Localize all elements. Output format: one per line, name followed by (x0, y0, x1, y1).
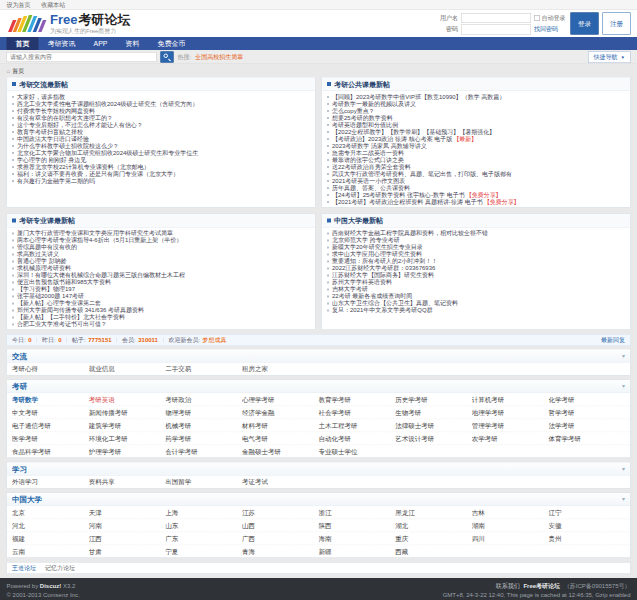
thread-link[interactable]: 这个专业后期好，不过怎么样才能让人有信心？ (17, 121, 143, 128)
thread-link[interactable]: 普通心理学 彭聃龄 (17, 258, 67, 265)
thread-link[interactable]: 教育学考研扫盲贴之择校 (17, 128, 83, 135)
nav-item-coins[interactable]: 免费金币 (149, 37, 195, 50)
nav-item-news[interactable]: 考研资讯 (39, 37, 85, 50)
thread-link[interactable]: 2023考研数学 汤家凤 高数辅导讲义 (332, 142, 427, 149)
forum-link[interactable]: 金融硕士考研 (242, 447, 319, 456)
forum-link[interactable]: 物理考研 (165, 408, 242, 417)
forum-link[interactable]: 贵州 (548, 534, 625, 543)
forum-link[interactable]: 出国留学 (165, 478, 242, 487)
forum-link[interactable]: 就业信息 (89, 365, 166, 374)
forum-link[interactable]: 法学考研 (548, 421, 625, 430)
breadcrumb-home-link[interactable]: 首页 (12, 67, 24, 74)
forum-link[interactable]: 江苏 (242, 508, 319, 517)
nav-item-resources[interactable]: 资料 (117, 37, 149, 50)
thread-link[interactable]: 求中山大学应用心理学研究生资料 (332, 251, 422, 258)
thread-link[interactable]: 【回顾】2023考研数学中值VIP班【数竞10990】（数学 高数篇） (332, 93, 505, 100)
search-input[interactable] (7, 52, 157, 62)
category-title[interactable]: 考研 (12, 380, 27, 393)
forum-link[interactable]: 生物考研 (395, 408, 472, 417)
forum-link[interactable]: 云南 (12, 547, 89, 556)
forum-link[interactable]: 食品科学考研 (12, 447, 89, 456)
thread-link[interactable]: 武汉大学行政管理考研资料、真题、笔记出售，打印版、电子版都有 (332, 170, 512, 177)
forum-link[interactable]: 药学考研 (165, 434, 242, 443)
friend-link[interactable]: 记忆力论坛 (45, 565, 75, 572)
search-button[interactable] (161, 52, 174, 63)
thread-link[interactable]: 郑州大学新闻与传播专硕 341/636 考研真题资料 (17, 307, 144, 314)
forum-link[interactable]: 考研心得 (12, 365, 89, 374)
forum-link[interactable]: 北京 (12, 508, 89, 517)
forum-link[interactable]: 湖南 (472, 521, 549, 530)
nav-item-home[interactable]: 首页 (7, 37, 39, 50)
forum-link[interactable]: 安徽 (548, 521, 625, 530)
contact-link[interactable]: 联系我们 (496, 583, 520, 590)
thread-link[interactable]: 北京化工大学聚合物加工研究组招收2024级硕士研究生和专业学位生 (17, 149, 198, 156)
thread-link[interactable]: 【学习资料】物理197 (17, 286, 75, 293)
thread-link[interactable]: 考研数学一最新的视频以及讲义 (332, 100, 416, 107)
forum-link[interactable]: 环境化工考研 (89, 434, 166, 443)
thread-link[interactable]: 【2022全程班教学】【数学带刷】【基础预习】【暑期强化】 (332, 128, 495, 135)
forum-link[interactable]: 考研数学 (12, 395, 89, 404)
thread-link[interactable]: 西北工业大学柔性电子课题组招收2024级硕士研究生（含研究方向） (17, 100, 198, 107)
forum-link[interactable]: 天津 (89, 508, 166, 517)
thread-link[interactable]: 怎么copy重点？ (332, 107, 375, 114)
forgot-password-link[interactable]: 找回密码 (534, 25, 558, 34)
login-button[interactable]: 登录 (571, 13, 599, 35)
forum-link[interactable]: 陕西 (319, 521, 396, 530)
forum-link[interactable]: 青海 (242, 547, 319, 556)
forum-link[interactable]: 福建 (12, 534, 89, 543)
forum-link[interactable]: 教育学考研 (319, 395, 396, 404)
auto-login-checkbox[interactable] (534, 15, 540, 21)
forum-link[interactable]: 自动化考研 (319, 434, 396, 443)
forum-link[interactable]: 经济学金融 (242, 408, 319, 417)
forum-link[interactable]: 材料考研 (242, 421, 319, 430)
forum-link[interactable]: 甘肃 (89, 547, 166, 556)
forum-link[interactable]: 新闻传播考研 (89, 408, 166, 417)
thread-link[interactable]: 西南财经大学金融工程学院真题和资料，相对比较全很不错 (332, 230, 488, 237)
thread-link[interactable]: 复旦：2021年中文系文学类考研QQ群 (332, 307, 433, 314)
thread-link[interactable]: 深圳！有哪位大佬有机械综合命题习题第三版自编教材土木工程 (17, 272, 185, 279)
thread-link[interactable]: 吉林大学考研 (332, 286, 368, 293)
forum-link[interactable]: 新疆 (319, 547, 396, 556)
hot-search-link[interactable]: 全国高校招生简章 (195, 53, 243, 62)
thread-link[interactable]: 历年真题、答案、公共课资料 (332, 184, 410, 191)
forum-link[interactable]: 吉林 (472, 508, 549, 517)
friend-link[interactable]: 王道论坛 (12, 565, 36, 572)
forum-link[interactable]: 河北 (12, 521, 89, 530)
forum-link[interactable]: 宁夏 (165, 547, 242, 556)
forum-link[interactable]: 山西 (242, 521, 319, 530)
thread-link[interactable]: 【新人帖】心理学专业课第二套 (17, 300, 101, 307)
collapse-icon[interactable]: ▾ (622, 350, 625, 363)
forum-link[interactable]: 地理学考研 (472, 408, 549, 417)
forum-link[interactable]: 租房之家 (242, 365, 319, 374)
thread-link[interactable]: 合肥工业大学准考证书可出可借？ (17, 321, 107, 328)
forum-link[interactable]: 四川 (472, 534, 549, 543)
newest-member-link[interactable]: 梦想成真 (203, 336, 227, 345)
forum-link[interactable]: 海南 (319, 534, 396, 543)
thread-link[interactable]: 江苏财经大学【国际商务】研究生资料 (332, 272, 434, 279)
forum-link[interactable]: 计算机考研 (472, 395, 549, 404)
collapse-icon[interactable]: ▾ (622, 463, 625, 476)
forum-link[interactable]: 电子通信考研 (12, 421, 89, 430)
thread-link[interactable]: 福利：讲义请不要再收费，还是只有两门专业课（北京大学） (17, 170, 179, 177)
forum-link[interactable]: 中文考研 (12, 408, 89, 417)
forum-link[interactable]: 辽宁 (548, 508, 625, 517)
thread-link[interactable]: 【考研政治】2023政治 徐涛 核心考案 电子版 (332, 135, 452, 142)
forum-link[interactable]: 江西 (89, 534, 166, 543)
thread-link[interactable]: 【新人帖】【二手特价】北大社会学资料 (17, 314, 125, 321)
thread-link[interactable]: 学心理学的 刚刚好 身边见 (17, 156, 86, 163)
thread-link[interactable]: 管综真题中有没有收的 (17, 244, 77, 251)
thread-link[interactable]: 想要25考研的数学资料 (332, 114, 393, 121)
thread-link[interactable]: 为什么学科教学硕士招收院校这么少？ (17, 142, 119, 149)
forum-link[interactable]: 专业硕士学位 (319, 447, 396, 456)
discuz-brand-link[interactable]: Discuz! (40, 583, 61, 590)
forum-link[interactable]: 化学考研 (548, 395, 625, 404)
forum-link[interactable]: 历史学考研 (395, 395, 472, 404)
thread-link[interactable]: 【24考研】25考研数学资料 张宇核心-数学 电子书 (332, 191, 465, 198)
thread-link[interactable]: 大家好，请多指教 (17, 93, 65, 100)
forum-link[interactable]: 管理学考研 (472, 421, 549, 430)
thread-link[interactable]: 新疆大学20年研究生招生专业目录 (332, 244, 423, 251)
forum-link[interactable]: 考证考试 (242, 478, 319, 487)
category-title[interactable]: 学习 (12, 463, 27, 476)
quick-nav-button[interactable]: 快捷导航 ▼ (588, 51, 630, 63)
forum-link[interactable]: 心理学考研 (242, 395, 319, 404)
